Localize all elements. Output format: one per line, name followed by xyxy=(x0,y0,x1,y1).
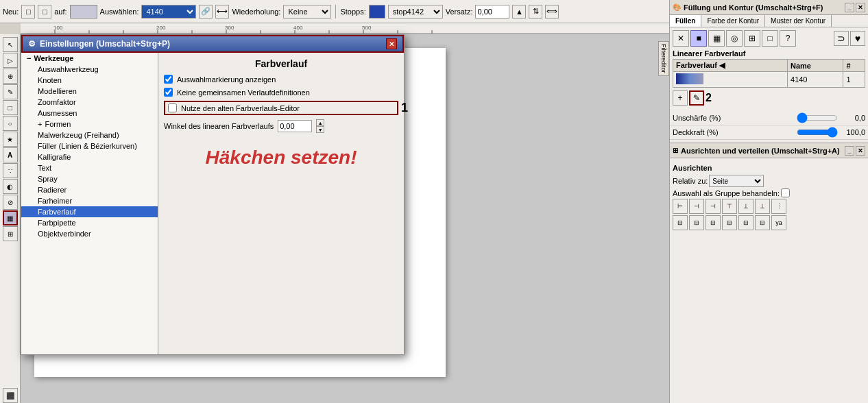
tree-fueller[interactable]: Füller (Linien & Bézierkurven) xyxy=(21,141,158,151)
align-top-btn[interactable]: ⊤ xyxy=(722,199,737,214)
add-gradient-btn[interactable]: + xyxy=(673,90,688,106)
gradient-row[interactable]: 4140 1 xyxy=(673,72,865,88)
bottom-tool-btn[interactable]: ⬛ xyxy=(3,388,18,403)
fill-linear-btn[interactable]: ▦ xyxy=(708,30,725,47)
fill-path-btn[interactable]: ⊃ xyxy=(834,31,849,46)
cb2-checkbox[interactable] xyxy=(164,88,173,97)
align-buttons-row1: ⊢ ⊣ ⊣ ⊤ ⊥ ⊥ ⋮ xyxy=(673,199,865,214)
tree-spray[interactable]: Spray xyxy=(21,173,158,184)
auf-swatch[interactable] xyxy=(70,5,97,19)
align-center-v-btn[interactable]: ⊥ xyxy=(738,199,754,214)
versatz-input[interactable] xyxy=(475,5,509,19)
auswaehlen-select[interactable]: 4140 xyxy=(141,5,196,19)
stopps-select[interactable]: stop4142 xyxy=(388,5,443,19)
tree-malwerkzeug[interactable]: Malwerkzeug (Freihand) xyxy=(21,130,158,141)
fill-pattern-btn[interactable]: ⊞ xyxy=(744,30,760,47)
col-number: # xyxy=(843,60,865,72)
distribute-center2-btn[interactable]: ⊟ xyxy=(738,215,754,230)
tree-knoten[interactable]: Knoten xyxy=(21,75,158,86)
tree-radierer[interactable]: Radierer xyxy=(21,184,158,195)
align-left-btn[interactable]: ⊢ xyxy=(673,199,688,214)
stopps-swatch[interactable] xyxy=(369,5,385,19)
distribute-left-btn[interactable]: ⊟ xyxy=(673,215,688,230)
cb1-row: Auswahlmarkierung anzeigen xyxy=(164,75,398,84)
edit-gradient-btn[interactable]: ✎ xyxy=(689,90,704,106)
fill-radial-btn[interactable]: ◎ xyxy=(726,30,743,47)
zoom-tool-btn[interactable]: ⊕ xyxy=(3,69,18,84)
angle-input[interactable] xyxy=(278,120,312,132)
versatz-tools2[interactable]: ⟺ xyxy=(545,5,559,19)
fill-tool-btn[interactable]: ◐ xyxy=(3,179,18,194)
tab-farbe-kontur[interactable]: Farbe der Kontur xyxy=(701,15,765,27)
align-bottom-btn[interactable]: ⊥ xyxy=(755,199,770,214)
star-tool-btn[interactable]: ★ xyxy=(3,132,18,147)
text-align-btn[interactable]: ya xyxy=(771,215,786,230)
link-btn[interactable]: 🔗 xyxy=(199,5,213,19)
stopps-label: Stopps: xyxy=(340,8,365,16)
wiederholung-select[interactable]: Keine xyxy=(283,5,331,19)
unschaerfe-value: 0,0 xyxy=(838,114,865,122)
svg-text:400: 400 xyxy=(293,25,303,31)
reverse-btn[interactable]: ⟷ xyxy=(215,5,229,19)
fill-swatch-btn[interactable]: □ xyxy=(762,30,778,47)
deckkraft-slider[interactable] xyxy=(797,127,838,138)
angle-down[interactable]: ▼ xyxy=(316,126,324,133)
tree-farbverlauf[interactable]: Farbverlauf xyxy=(21,206,158,217)
relativ-select[interactable]: Seite xyxy=(709,175,764,187)
left-toolbar: ↖ ▷ ⊕ ✎ □ ○ ★ A ∵ ◐ ⊘ ▦ ⊞ ⬛ xyxy=(0,34,21,403)
dialog-overlay: ⚙ Einstellungen (Umschalt+Strg+P) ✕ − We… xyxy=(21,34,405,355)
versatz-tools[interactable]: ⇅ xyxy=(529,5,542,19)
distribute-top-btn[interactable]: ⊟ xyxy=(722,215,737,230)
cb3-checkbox[interactable] xyxy=(168,103,177,112)
distribute-center-btn[interactable]: ⊟ xyxy=(689,215,704,230)
tree-text[interactable]: Text xyxy=(21,162,158,173)
dialog-sidebar: − Werkzeuge Auswahlwerkzeug Knoten Model… xyxy=(21,53,158,354)
tree-kalligrafie[interactable]: Kalligrafie xyxy=(21,151,158,162)
angle-up[interactable]: ▲ xyxy=(316,119,324,126)
gruppe-checkbox[interactable] xyxy=(781,188,790,197)
fill-x-btn[interactable]: ✕ xyxy=(673,30,689,47)
tree-werkzeuge[interactable]: − Werkzeuge xyxy=(21,53,158,64)
text-tool-btn[interactable]: A xyxy=(3,147,18,162)
fill-flat-btn[interactable]: ■ xyxy=(690,30,707,47)
circle-tool-btn[interactable]: ○ xyxy=(3,116,18,131)
cb1-checkbox[interactable] xyxy=(164,75,173,84)
fill-panel-close[interactable]: ✕ xyxy=(856,3,865,12)
auswaehlen-label: Auswählen: xyxy=(100,8,139,16)
align-right-btn[interactable]: ⊣ xyxy=(706,199,721,214)
align-center-h-btn[interactable]: ⊣ xyxy=(689,199,704,214)
fill-panel-minimize[interactable]: _ xyxy=(845,3,854,12)
filtereditor-tab[interactable]: Filtereditor xyxy=(658,41,669,76)
select-tool-btn[interactable]: ↖ xyxy=(3,37,18,52)
tree-formen[interactable]: +Formen xyxy=(21,119,158,130)
distribute-right-btn[interactable]: ⊟ xyxy=(706,215,721,230)
tree-farbpipette[interactable]: Farbpipette xyxy=(21,217,158,228)
rect-tool-btn[interactable]: □ xyxy=(3,100,18,115)
fill-heart-btn[interactable]: ♥ xyxy=(850,31,865,46)
node-tool-btn[interactable]: ▷ xyxy=(3,53,18,68)
distribute-bottom-btn[interactable]: ⊟ xyxy=(755,215,770,230)
align-minimize[interactable]: _ xyxy=(845,146,854,156)
new-btn2[interactable]: □ xyxy=(38,5,51,19)
pencil-tool-btn[interactable]: ✎ xyxy=(3,84,18,99)
unschaerfe-slider[interactable] xyxy=(797,112,838,123)
tab-fuellung[interactable]: Füllen xyxy=(670,15,701,27)
extra-tool-btn[interactable]: ⊞ xyxy=(3,226,18,241)
spray-tool-btn[interactable]: ∵ xyxy=(3,163,18,178)
versatz-up[interactable]: ▲ xyxy=(512,5,526,19)
dialog-close-btn[interactable]: ✕ xyxy=(386,38,397,49)
tree-farheimer[interactable]: Farheimer xyxy=(21,195,158,206)
tree-modellieren[interactable]: Modellieren xyxy=(21,86,158,97)
tree-objektverbinder[interactable]: Objektverbinder xyxy=(21,228,158,239)
wiederholung-label: Wiederholung: xyxy=(232,8,280,16)
new-btn[interactable]: □ xyxy=(21,5,35,19)
align-close[interactable]: ✕ xyxy=(856,146,865,156)
gradient-tool-btn[interactable]: ▦ xyxy=(3,210,18,225)
align-extra-btn[interactable]: ⋮ xyxy=(771,199,786,214)
dropper-tool-btn[interactable]: ⊘ xyxy=(3,195,18,210)
tree-ausmessen[interactable]: Ausmessen xyxy=(21,108,158,119)
tree-auswahlwerkzeug[interactable]: Auswahlwerkzeug xyxy=(21,64,158,75)
tree-zoomfaktor[interactable]: Zoomfaktor xyxy=(21,97,158,108)
tab-muster-kontur[interactable]: Muster der Kontur xyxy=(765,15,832,27)
fill-unknown-btn[interactable]: ? xyxy=(780,30,796,47)
